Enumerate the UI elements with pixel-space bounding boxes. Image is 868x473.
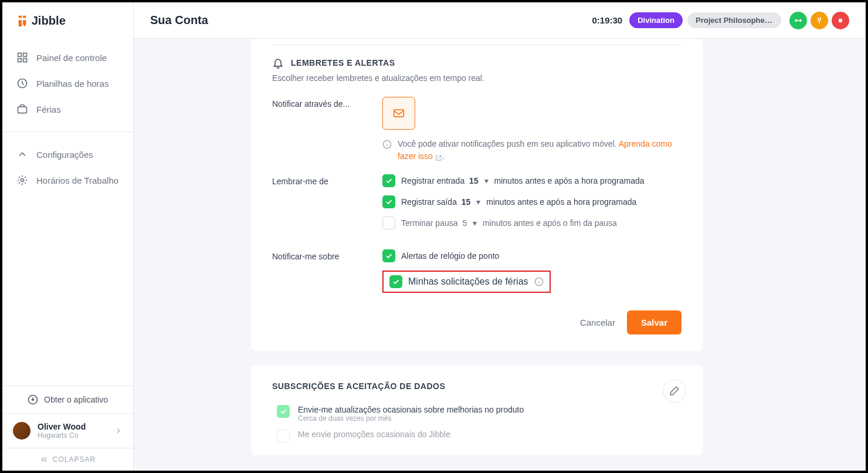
collapse-button[interactable]: COLAPSAR	[2, 448, 133, 471]
svg-rect-11	[394, 110, 404, 117]
top-bar: Sua Conta 0:19:30 Divination Project Phi…	[134, 2, 866, 39]
dashboard-icon	[16, 52, 28, 63]
svg-text:Jibble: Jibble	[32, 14, 66, 27]
sidebar-item-label: Painel de controle	[36, 53, 107, 63]
leave-requests-checkbox[interactable]	[389, 275, 402, 288]
activity-chip[interactable]: Divination	[629, 12, 683, 28]
product-updates-desc: Cerca de duas vezes por mês	[298, 414, 524, 423]
edit-button[interactable]	[663, 379, 686, 403]
swap-button[interactable]	[789, 12, 807, 29]
reminders-card: LEMBRETES E ALERTAS Escolher receber lem…	[251, 39, 703, 351]
page-title: Sua Conta	[150, 13, 208, 27]
stop-button[interactable]	[832, 12, 849, 29]
user-org: Hogwarts Co	[38, 431, 107, 440]
notify-about-label: Notificar-me sobre	[272, 249, 382, 261]
info-icon	[382, 140, 392, 149]
sidebar-item-label: Horários de Trabalho	[36, 175, 118, 185]
clock-icon	[16, 77, 28, 89]
sidebar: Jibble Painel de controle Planilhas de h…	[2, 2, 134, 471]
sidebar-item-label: Configurações	[36, 150, 93, 160]
chevron-down-icon[interactable]: ▾	[476, 197, 480, 207]
push-info-text: Você pode ativar notificações push em se…	[398, 138, 681, 163]
clock-alerts-label: Alertas de relógio de ponto	[401, 251, 499, 261]
user-profile-card[interactable]: Oliver Wood Hogwarts Co	[2, 413, 133, 448]
email-notification-toggle[interactable]	[382, 97, 415, 130]
section-desc: Escolher receber lembretes e atualizaçõe…	[272, 73, 681, 83]
remind-me-label: Lembrar-me de	[272, 174, 382, 186]
svg-point-9	[818, 18, 821, 21]
sidebar-item-leave[interactable]: Férias	[2, 96, 133, 122]
get-app-button[interactable]: Obter o aplicativo	[2, 386, 133, 413]
svg-rect-6	[18, 107, 27, 113]
clock-in-checkbox[interactable]	[382, 174, 395, 187]
svg-point-7	[21, 179, 24, 182]
sidebar-item-settings[interactable]: Configurações	[2, 141, 133, 167]
download-icon	[28, 394, 38, 405]
break-button[interactable]	[811, 12, 828, 29]
svg-rect-4	[23, 59, 27, 62]
section-title: SUBSCRIÇÕES E ACEITAÇÃO DE DADOS	[272, 381, 681, 391]
chevron-right-icon	[114, 427, 123, 435]
chevron-down-icon[interactable]: ▾	[484, 176, 489, 185]
break-minutes-dropdown[interactable]: 5	[462, 218, 467, 228]
schedule-icon	[16, 174, 28, 186]
sidebar-item-work-schedules[interactable]: Horários de Trabalho	[2, 167, 133, 193]
product-updates-label: Envie-me atualizações ocasionais sobre m…	[298, 405, 524, 414]
promotions-label: Me envie promoções ocasionais do Jibble	[298, 430, 450, 439]
clock-alerts-checkbox[interactable]	[382, 249, 395, 262]
sidebar-item-dashboard[interactable]: Painel de controle	[2, 45, 133, 70]
project-chip[interactable]: Project Philosopher's S...	[687, 12, 781, 28]
svg-rect-3	[18, 59, 22, 62]
section-title: LEMBRETES E ALERTAS	[291, 58, 395, 67]
clock-in-minutes-dropdown[interactable]: 15	[469, 176, 479, 185]
svg-rect-10	[839, 19, 842, 22]
subscriptions-card: SUBSCRIÇÕES E ACEITAÇÃO DE DADOS Envie-m…	[251, 365, 703, 455]
mail-icon	[391, 107, 407, 119]
pencil-icon	[669, 386, 680, 396]
chevron-down-icon[interactable]: ▾	[473, 218, 477, 228]
save-button[interactable]: Salvar	[627, 310, 681, 335]
leave-requests-label: Minhas solicitações de férias	[408, 276, 528, 287]
svg-rect-1	[18, 53, 22, 57]
promotions-checkbox[interactable]	[277, 430, 290, 442]
clock-out-checkbox[interactable]	[382, 195, 395, 208]
svg-rect-2	[23, 53, 27, 57]
break-end-checkbox[interactable]	[382, 217, 395, 229]
cancel-button[interactable]: Cancelar	[580, 317, 615, 327]
bell-icon	[272, 57, 284, 69]
timer-display: 0:19:30	[592, 15, 622, 25]
chevron-up-icon	[16, 148, 28, 160]
sidebar-item-label: Planilhas de horas	[36, 79, 108, 89]
logo[interactable]: Jibble	[2, 2, 133, 40]
user-name: Oliver Wood	[38, 422, 107, 431]
notify-via-label: Notificar através de...	[272, 97, 382, 109]
sidebar-item-timesheets[interactable]: Planilhas de horas	[2, 70, 133, 96]
clock-out-minutes-dropdown[interactable]: 15	[462, 197, 471, 207]
info-icon[interactable]	[534, 277, 544, 286]
briefcase-icon	[16, 103, 28, 115]
product-updates-checkbox[interactable]	[277, 405, 290, 418]
chevron-left-double-icon	[40, 455, 48, 464]
leave-requests-highlight: Minhas solicitações de férias	[382, 271, 551, 293]
avatar	[13, 422, 30, 440]
sidebar-item-label: Férias	[36, 104, 61, 114]
